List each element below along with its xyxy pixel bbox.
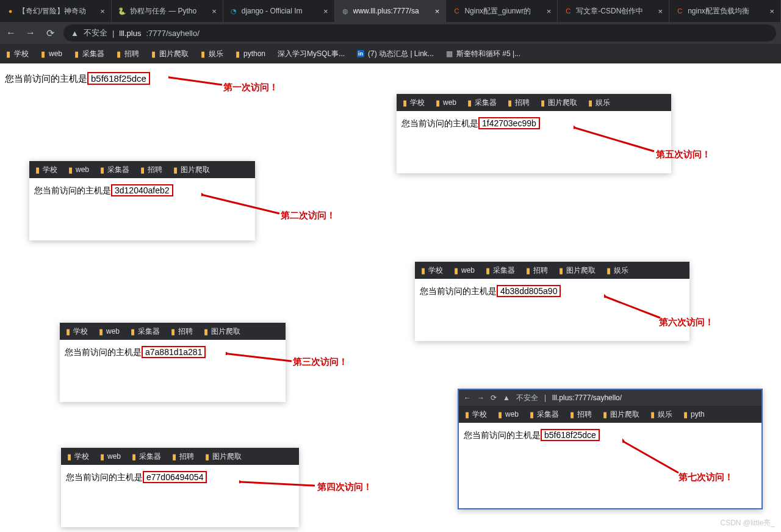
- bookmark-label: 招聘: [179, 451, 194, 462]
- bookmark-label: 图片爬取: [610, 409, 639, 420]
- bookmark-item[interactable]: ▮图片爬取: [151, 49, 189, 59]
- bookmark-item: ▮学校: [66, 326, 88, 337]
- annotation-visit-3: 第三次访问！: [293, 356, 348, 368]
- folder-icon: ▮: [559, 266, 563, 275]
- bookmark-item[interactable]: ▮web: [41, 49, 62, 59]
- bookmark-item: ▮pyth: [683, 410, 705, 419]
- bookmark-item[interactable]: ▮学校: [6, 49, 29, 59]
- tab-favicon: C: [452, 7, 461, 15]
- tab-favicon: C: [564, 7, 572, 15]
- close-icon[interactable]: ×: [658, 7, 663, 16]
- snapshot-toolbar: ← → ⟳ ▲ 不安全 | lll.plus:7777/sayhello/: [459, 390, 761, 406]
- bookmark-label: web: [76, 165, 89, 174]
- browser-tab[interactable]: CNginx配置_giunwr的×: [446, 0, 558, 22]
- folder-icon: ▮: [467, 98, 472, 107]
- folder-icon: ▮: [132, 452, 136, 461]
- bookmark-label: 学校: [472, 409, 487, 420]
- bookmark-item[interactable]: 深入学习MySQL事...: [278, 49, 345, 59]
- browser-toolbar: ← → ⟳ ▲ 不安全 | lll.plus:7777/sayhello/: [0, 22, 781, 44]
- snapshot-bookmark-bar: ▮学校▮web▮采集器▮招聘▮图片爬取▮娱乐: [397, 94, 671, 111]
- browser-tab[interactable]: ◔django - Official Im×: [223, 0, 335, 22]
- close-icon[interactable]: ×: [100, 7, 105, 16]
- close-icon[interactable]: ×: [769, 7, 774, 16]
- arrow-1: [168, 75, 223, 87]
- folder-icon: ▮: [454, 266, 458, 275]
- folder-icon: ▮: [526, 266, 530, 275]
- host-message-2: 您当前访问的主机是3d12040afeb2: [29, 178, 255, 203]
- bookmark-item: ▮图片爬取: [603, 409, 639, 420]
- browser-tab[interactable]: Cnginx配置负载均衡×: [669, 0, 781, 22]
- bookmark-item: ▮web: [99, 327, 120, 336]
- host-value: b5f618f25dce: [541, 429, 600, 441]
- bookmark-label: web: [461, 266, 475, 275]
- bookmark-label: 学校: [74, 451, 89, 462]
- back-icon[interactable]: ←: [5, 27, 17, 38]
- bookmark-label: 学校: [428, 265, 443, 276]
- close-icon[interactable]: ×: [212, 7, 217, 16]
- bookmark-label: 采集器: [107, 165, 129, 175]
- bookmark-label: web: [107, 452, 121, 461]
- bookmark-label: 图片爬取: [181, 165, 210, 175]
- host-value: a7a881d1a281: [142, 346, 206, 358]
- url-path: :7777/sayhello/: [146, 29, 199, 38]
- bookmark-item: ▮采集器: [132, 451, 161, 462]
- bookmark-item[interactable]: in(7) 动态汇总 | Link...: [357, 49, 434, 59]
- annotation-visit-1: 第一次访问！: [223, 82, 278, 93]
- bookmark-label: web: [49, 49, 62, 58]
- forward-icon[interactable]: →: [24, 27, 37, 38]
- bookmark-item: ▮采集器: [100, 165, 129, 175]
- bookmark-label: 学校: [73, 326, 88, 337]
- close-icon[interactable]: ×: [323, 7, 328, 16]
- tab-favicon: ◔: [229, 7, 238, 15]
- bookmark-item: ▮web: [436, 98, 456, 107]
- bookmark-item[interactable]: ▦斯奎特和循环 #5 |...: [446, 49, 520, 59]
- bookmark-item: ▮web: [68, 165, 89, 174]
- page-content: 您当前访问的主机是b5f618f25dce ▮学校▮web▮采集器▮招聘▮图片爬…: [0, 63, 781, 532]
- tab-title: nginx配置负载均衡: [688, 6, 749, 16]
- bookmark-item: ▮娱乐: [588, 98, 610, 108]
- linkedin-icon: in: [357, 50, 364, 57]
- bookmark-item[interactable]: ▮招聘: [117, 49, 139, 59]
- insecure-warning-icon: ▲: [71, 29, 79, 38]
- close-icon[interactable]: ×: [547, 7, 552, 16]
- bookmark-label: 招聘: [533, 265, 548, 276]
- folder-icon: ▮: [41, 49, 45, 59]
- host-message-7: 您当前访问的主机是b5f618f25dce: [459, 423, 761, 447]
- folder-icon: ▮: [151, 49, 156, 59]
- host-prefix: 您当前访问的主机是: [65, 347, 142, 357]
- host-message-4: 您当前访问的主机是e77d06494054: [61, 465, 299, 489]
- bookmark-label: 娱乐: [614, 265, 628, 276]
- snapshot-bookmark-bar: ▮学校▮web▮采集器▮招聘▮图片爬取▮娱乐▮pyth: [459, 406, 761, 423]
- folder-icon: ▮: [172, 452, 176, 461]
- host-value: e77d06494054: [143, 471, 207, 483]
- snapshot-visit-4: ▮学校▮web▮采集器▮招聘▮图片爬取 您当前访问的主机是e77d0649405…: [61, 448, 299, 527]
- reload-icon: ⟳: [491, 394, 497, 402]
- tab-favicon: C: [675, 7, 684, 15]
- bookmark-item[interactable]: ▮python: [236, 49, 265, 59]
- snapshot-visit-2: ▮学校▮web▮采集器▮招聘▮图片爬取 您当前访问的主机是3d12040afeb…: [29, 161, 255, 240]
- host-prefix: 您当前访问的主机是: [464, 430, 541, 440]
- tab-title: www.lll.plus:7777/sa: [353, 7, 419, 15]
- browser-tab[interactable]: C写文章-CSDN创作中×: [558, 0, 669, 22]
- host-value: 3d12040afeb2: [111, 184, 173, 196]
- back-icon: ←: [464, 394, 471, 402]
- bookmark-item: ▮学校: [35, 165, 57, 175]
- folder-icon: ▮: [498, 410, 502, 419]
- bookmark-item[interactable]: ▮娱乐: [201, 49, 223, 59]
- bookmark-label: 图片爬取: [159, 49, 189, 59]
- close-icon[interactable]: ×: [435, 7, 440, 16]
- browser-tab[interactable]: 🐍协程与任务 — Pytho×: [112, 0, 223, 22]
- folder-icon: ▮: [541, 98, 545, 107]
- folder-icon: ▮: [588, 98, 592, 107]
- reload-icon[interactable]: ⟳: [44, 27, 56, 39]
- browser-tab[interactable]: ●【奇幻/冒险】神奇动×: [0, 0, 112, 22]
- bookmark-item[interactable]: ▮采集器: [74, 49, 104, 59]
- browser-tab[interactable]: ◍www.lll.plus:7777/sa×: [335, 0, 447, 22]
- bookmark-label: 招聘: [515, 98, 530, 108]
- address-bar[interactable]: ▲ 不安全 | lll.plus:7777/sayhello/: [63, 24, 776, 41]
- bookmark-label: (7) 动态汇总 | Link...: [368, 49, 434, 59]
- bookmark-label: 图片爬取: [566, 265, 596, 276]
- bookmark-item: ▮娱乐: [606, 265, 628, 276]
- bookmark-bar: ▮学校▮web▮采集器▮招聘▮图片爬取▮娱乐▮python深入学习MySQL事.…: [0, 44, 781, 63]
- tab-title: 写文章-CSDN创作中: [576, 6, 643, 16]
